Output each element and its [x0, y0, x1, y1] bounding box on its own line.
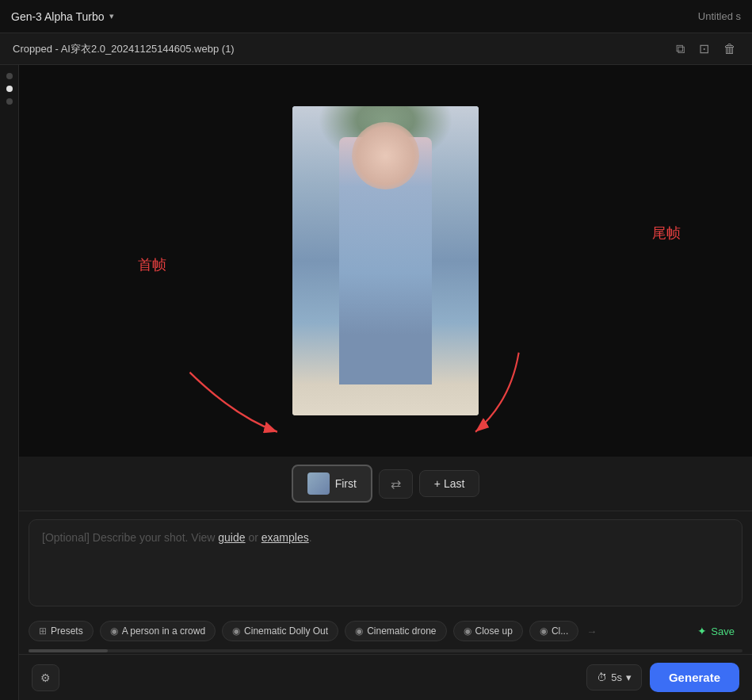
close-up-chip[interactable]: ◉ Close up: [453, 621, 523, 641]
strip-indicator-active: [6, 86, 13, 92]
main-layout: 首帧 尾帧: [0, 65, 752, 700]
app-title: Gen-3 Alpha Turbo: [11, 10, 105, 23]
sub-header: Cropped - AI穿衣2.0_20241125144605.webp (1…: [0, 33, 752, 65]
drone-chip[interactable]: ◉ Cinematic drone: [345, 621, 446, 641]
duration-selector[interactable]: ⏱ 5s ▾: [586, 664, 642, 690]
first-frame-thumbnail: [307, 472, 330, 495]
save-sparkle-icon: ✦: [697, 625, 707, 637]
crop-icon: ⊡: [699, 41, 709, 56]
cl-chip[interactable]: ◉ Cl...: [529, 621, 578, 641]
file-title: Cropped - AI穿衣2.0_20241125144605.webp (1…: [13, 42, 235, 56]
image-container: 首帧 尾帧: [19, 65, 752, 457]
last-frame-label: + Last: [434, 477, 465, 490]
project-title: Untitled s: [698, 10, 741, 22]
arrow-right-icon: →: [586, 625, 597, 637]
scroll-thumb: [29, 649, 108, 652]
first-frame-label: First: [335, 477, 357, 490]
delete-button[interactable]: 🗑: [720, 39, 739, 59]
prompt-area[interactable]: [Optional] Describe your shot. View guid…: [29, 519, 742, 606]
save-button[interactable]: ✦ Save: [689, 621, 742, 641]
close-up-label: Close up: [475, 625, 513, 637]
presets-chip[interactable]: ⊞ Presets: [29, 621, 94, 641]
guide-link[interactable]: guide: [218, 531, 245, 544]
bulb-icon: ◉: [110, 625, 118, 637]
top-bar: Gen-3 Alpha Turbo ▾ Untitled s: [0, 0, 752, 33]
prompt-placeholder: [Optional] Describe your shot. View guid…: [42, 531, 729, 544]
dolly-out-chip[interactable]: ◉ Cinematic Dolly Out: [222, 621, 338, 641]
strip-indicator: [6, 73, 13, 79]
duration-value: 5s: [611, 671, 622, 683]
person-crowd-chip[interactable]: ◉ A person in a crowd: [100, 621, 216, 641]
bulb-icon: ◉: [232, 625, 240, 637]
canvas-area: 首帧 尾帧: [19, 65, 752, 457]
copy-icon: ⧉: [676, 42, 685, 56]
chevron-down-icon: ▾: [109, 11, 114, 21]
person-crowd-label: A person in a crowd: [122, 625, 205, 637]
timer-icon: ⏱: [597, 671, 607, 683]
content-area: 首帧 尾帧: [19, 65, 752, 700]
dolly-out-label: Cinematic Dolly Out: [244, 625, 328, 637]
last-frame-button[interactable]: + Last: [419, 470, 480, 497]
header-actions: ⧉ ⊡ 🗑: [673, 38, 739, 59]
swap-icon: ⇄: [391, 477, 401, 491]
presets-icon: ⊞: [39, 625, 47, 637]
first-frame-annotation: 首帧: [138, 255, 166, 274]
copy-button[interactable]: ⧉: [673, 39, 688, 59]
trash-icon: 🗑: [723, 42, 736, 56]
bottom-right-controls: ⏱ 5s ▾ Generate: [586, 663, 739, 692]
swap-frames-button[interactable]: ⇄: [379, 469, 413, 499]
presets-bar: ⊞ Presets ◉ A person in a crowd ◉ Cinema…: [19, 614, 752, 648]
presets-label: Presets: [51, 625, 83, 637]
examples-link[interactable]: examples: [261, 531, 309, 544]
chevron-down-icon: ▾: [626, 671, 632, 683]
preview-image: [292, 106, 479, 415]
cl-label: Cl...: [552, 625, 568, 637]
generate-button[interactable]: Generate: [650, 663, 739, 692]
scroll-bar: [29, 649, 742, 652]
crop-button[interactable]: ⊡: [696, 38, 712, 59]
save-label: Save: [711, 625, 735, 637]
settings-icon: ⚙: [40, 671, 51, 684]
app-title-area[interactable]: Gen-3 Alpha Turbo ▾: [11, 10, 114, 23]
settings-button[interactable]: ⚙: [32, 664, 59, 691]
bulb-icon: ◉: [540, 625, 548, 637]
strip-indicator: [6, 98, 13, 105]
first-frame-button[interactable]: First: [292, 465, 372, 503]
generate-label: Generate: [669, 671, 720, 684]
last-frame-annotation: 尾帧: [652, 224, 681, 243]
left-sidebar-strip: [0, 65, 19, 700]
bulb-icon: ◉: [464, 625, 471, 637]
drone-label: Cinematic drone: [367, 625, 436, 637]
bulb-icon: ◉: [355, 625, 363, 637]
bottom-bar: ⚙ ⏱ 5s ▾ Generate: [19, 654, 752, 700]
frame-controls-bar: First ⇄ + Last: [19, 457, 752, 511]
